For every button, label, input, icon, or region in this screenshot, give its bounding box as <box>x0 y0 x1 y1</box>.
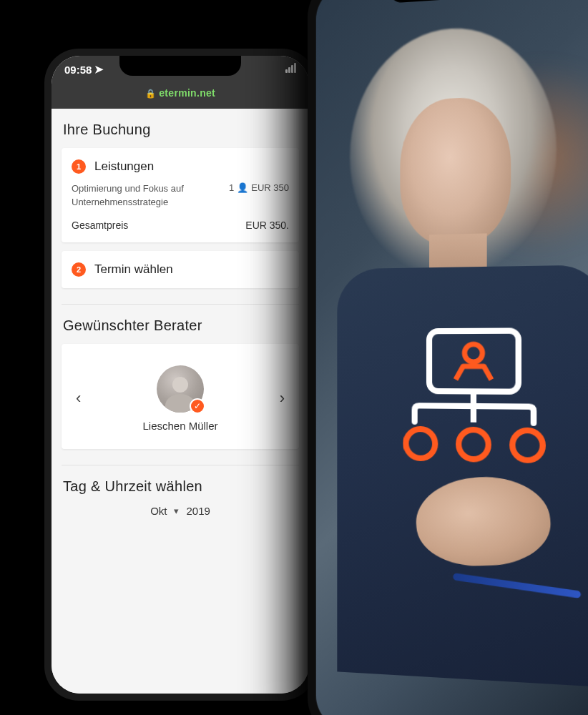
url-bar[interactable]: 🔒etermin.net <box>52 87 309 99</box>
phone-notch <box>119 56 241 76</box>
svg-point-4 <box>406 429 435 458</box>
phone-mockup-right <box>308 0 588 715</box>
status-time: 09:58 <box>64 64 92 76</box>
year-label: 2019 <box>186 505 210 517</box>
signal-icon <box>285 63 296 73</box>
chevron-down-icon: ▾ <box>174 506 179 516</box>
prev-consultant-button[interactable]: ‹ <box>70 383 87 413</box>
month-label: Okt <box>150 505 167 517</box>
consultant-card: ‹ ✓ Lieschen Müller › <box>62 344 299 449</box>
svg-point-1 <box>464 344 482 362</box>
person-icon: 👤 <box>237 182 248 193</box>
step1-badge: 1 <box>72 159 86 174</box>
line-item-qty: 1 <box>229 182 234 193</box>
consultant-avatar[interactable]: ✓ <box>157 365 204 413</box>
total-label: Gesamtpreis <box>72 220 128 231</box>
location-icon: ➤ <box>94 63 104 76</box>
datetime-heading: Tag & Uhrzeit wählen <box>63 478 299 495</box>
month-year-selector[interactable]: Okt ▾ 2019 <box>62 505 299 517</box>
consultant-name: Lieschen Müller <box>142 420 217 432</box>
step2-title: Termin wählen <box>94 262 173 277</box>
svg-point-5 <box>459 430 489 460</box>
org-chart-icon <box>393 327 557 477</box>
svg-point-6 <box>512 430 542 460</box>
divider <box>62 304 299 305</box>
line-item-desc: Optimierung und Fokus auf Unternehmensst… <box>72 182 206 209</box>
url-text: etermin.net <box>159 87 215 99</box>
total-value: EUR 350. <box>245 220 289 231</box>
step2-card[interactable]: 2 Termin wählen <box>62 251 299 288</box>
divider <box>62 465 299 465</box>
step2-badge: 2 <box>72 262 86 277</box>
check-icon: ✓ <box>190 398 205 414</box>
consultant-heading: Gewünschter Berater <box>63 317 299 334</box>
next-consultant-button[interactable]: › <box>274 383 290 413</box>
phone-mockup-left: 09:58 ➤ 🔒etermin.net Ihre Buchung 1 Leis… <box>44 49 316 701</box>
lock-icon: 🔒 <box>145 89 156 99</box>
step1-card[interactable]: 1 Leistungen Optimierung und Fokus auf U… <box>62 148 299 242</box>
booking-heading: Ihre Buchung <box>63 122 299 138</box>
line-item-price: EUR 350 <box>251 182 289 193</box>
step1-title: Leistungen <box>94 159 154 174</box>
